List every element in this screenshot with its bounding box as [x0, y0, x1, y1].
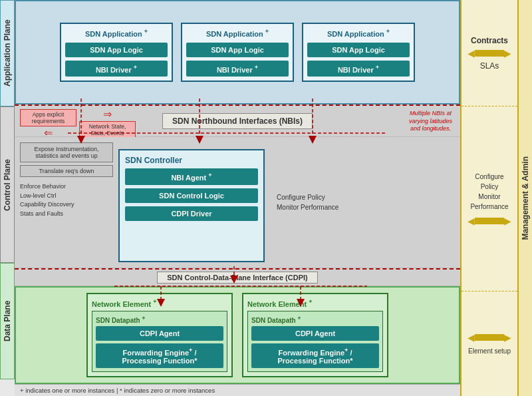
data-plane-section: Network Element + SDN Datapath + CDPI Ag…: [15, 286, 460, 384]
sdn-app-1-sup: +: [144, 28, 148, 35]
configure-section: Configure PolicyMonitor Performance ◀ ▶: [462, 106, 517, 292]
sdp1-box: SDN Datapath + CDPI Agent Forwarding Eng…: [92, 311, 227, 372]
nbi-note: Multiple NBIs atvarying latitudesand lon…: [409, 110, 452, 133]
control-plane-section: Expose Instrumentation,statistics and ev…: [15, 137, 460, 268]
translate-box: Translate req's down: [20, 165, 113, 177]
pink-arrows: Apps explicitrequirements ⇐ ⇒ Network St…: [20, 109, 136, 138]
mgmt-admin-label: Management & Admin: [521, 156, 530, 240]
configure-label: Configure PolicyMonitor Performance: [466, 172, 513, 212]
cdpi-area: SDN Control-Data-Plane Interface (CDPI): [15, 268, 460, 287]
controller-title: SDN Controller: [125, 156, 258, 165]
sdp2-box: SDN Datapath + CDPI Agent Forwarding Eng…: [247, 311, 383, 372]
sdn-controller-box: SDN Controller NBI Agent + SDN Control L…: [118, 149, 265, 262]
element-setup-section: ◀ ▶ Element setup: [462, 292, 517, 396]
data-plane-label: Data Plane: [0, 263, 15, 379]
arrow-group-left: Apps explicitrequirements ⇐: [20, 109, 76, 138]
cdpi-driver-btn: CDPI Driver: [125, 206, 258, 221]
contracts-label: Contracts: [471, 36, 508, 45]
fwd-engine-2-btn: Forwarding Engine+ /Processing Function*: [251, 343, 379, 368]
application-plane-label: Application Plane: [0, 0, 15, 106]
slas-label: SLAs: [480, 61, 499, 71]
contracts-section: Contracts ◀ ▶ SLAs: [462, 0, 517, 106]
diagram-area: SDN Application + SDN App Logic NBI Driv…: [15, 0, 460, 396]
sdn-app-2: SDN Application + SDN App Logic NBI Driv…: [181, 23, 294, 82]
network-state-label: Network State,Stats, Events: [79, 121, 136, 138]
cdpi-agent-2-btn: CDPI Agent: [251, 326, 379, 341]
sdn-app-1-logic: SDN App Logic: [65, 43, 168, 57]
sdn-app-3-logic: SDN App Logic: [307, 43, 410, 57]
ne1-title: Network Element +: [92, 298, 227, 308]
right-sections: Contracts ◀ ▶ SLAs Configure PolicyMonit…: [462, 0, 517, 396]
mgmt-admin-bar: Management & Admin: [517, 0, 532, 396]
configure-policy-text: Configure PolicyMonitor Performance: [277, 192, 338, 212]
control-left-content: Expose Instrumentation,statistics and ev…: [20, 142, 113, 262]
sdn-app-3: SDN Application + SDN App Logic NBI Driv…: [302, 23, 415, 82]
fwd-engine-1-btn: Forwarding Engine+ /Processing Function*: [96, 343, 223, 368]
sdnctrl-btn: SDN Control Logic: [125, 188, 258, 203]
element-setup-label: Element setup: [468, 347, 511, 356]
arrow-group-right: ⇒ Network State,Stats, Events: [79, 109, 136, 138]
sdn-app-3-nbi: NBI Driver +: [307, 61, 410, 77]
control-plane-label: Control Plane: [0, 106, 15, 263]
right-panel: Contracts ◀ ▶ SLAs Configure PolicyMonit…: [460, 0, 532, 396]
apps-explicit-label: Apps explicitrequirements: [20, 109, 76, 126]
cdpi-label: SDN Control-Data-Plane Interface (CDPI): [157, 272, 317, 284]
configure-arrow: ◀ ▶: [467, 216, 511, 226]
enforce-text: Enforce BehaviorLow-level CtrlCapability…: [20, 182, 113, 218]
sdn-app-3-title: SDN Application +: [307, 28, 410, 38]
expose-box: Expose Instrumentation,statistics and ev…: [20, 142, 113, 162]
nbi-agent-btn: NBI Agent +: [125, 168, 258, 185]
network-element-2: Network Element + SDN Datapath + CDPI Ag…: [242, 293, 388, 377]
nbi-interface-label: SDN Northbound Interfaces (NBIs): [162, 113, 313, 129]
element-setup-arrow: ◀ ▶: [467, 332, 511, 343]
main-container: Application Plane Control Plane Data Pla…: [0, 0, 532, 396]
application-plane-section: SDN Application + SDN App Logic NBI Driv…: [15, 0, 460, 104]
contracts-arrow: ◀ ▶: [467, 48, 511, 59]
sdn-app-1-nbi: NBI Driver +: [65, 61, 168, 77]
sdn-app-1: SDN Application + SDN App Logic NBI Driv…: [60, 23, 173, 82]
sdn-app-2-title: SDN Application +: [186, 28, 289, 38]
sdn-app-2-logic: SDN App Logic: [186, 43, 289, 57]
plane-labels: Application Plane Control Plane Data Pla…: [0, 0, 15, 396]
ne2-title: Network Element +: [247, 298, 383, 308]
sdn-app-1-title: SDN Application +: [65, 28, 168, 38]
network-element-1: Network Element + SDN Datapath + CDPI Ag…: [86, 293, 233, 377]
sdp1-title: SDN Datapath +: [96, 315, 223, 324]
sdn-app-2-nbi: NBI Driver +: [186, 61, 289, 77]
sdp2-title: SDN Datapath +: [251, 315, 379, 324]
footnote: + indicates one or more instances | * in…: [15, 384, 460, 396]
cdpi-agent-1-btn: CDPI Agent: [96, 326, 223, 341]
arrow-up-icon: ⇒: [103, 109, 112, 120]
nbi-area: Apps explicitrequirements ⇐ ⇒ Network St…: [15, 104, 460, 137]
control-right-content: Configure PolicyMonitor Performance: [270, 142, 455, 262]
